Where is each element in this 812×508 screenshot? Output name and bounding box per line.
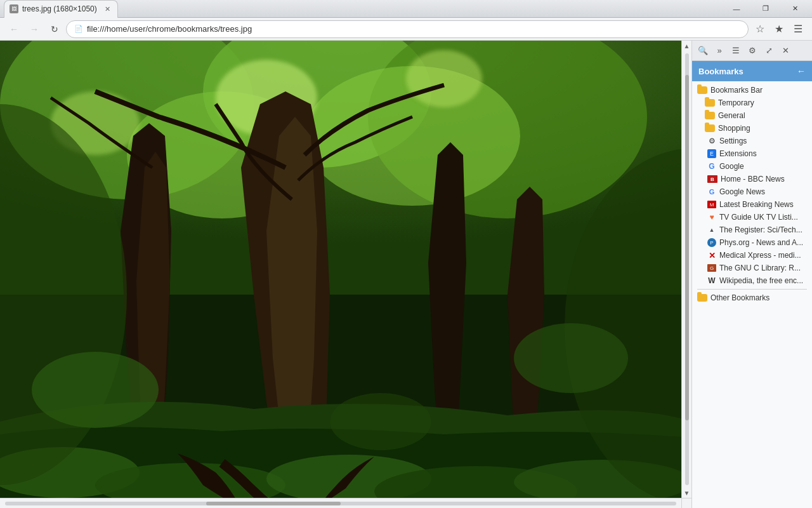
svg-point-17 (32, 352, 159, 428)
svg-point-18 (514, 323, 628, 393)
bookmark-label: Latest Breaking News (719, 200, 794, 209)
settings-favicon: ⚙ (707, 137, 716, 145)
address-text: file:///home/user/chrome/bookmarks/trees… (87, 24, 740, 34)
physorg-favicon: P (707, 238, 716, 247)
scroll-track (685, 53, 689, 485)
physorg-bookmark[interactable]: P Phys.org - News and A... (692, 236, 812, 249)
bookmark-star-button[interactable]: ☆ (751, 20, 769, 38)
menu-button[interactable]: ☰ (789, 20, 807, 38)
folder-icon (697, 86, 707, 94)
folder-icon (697, 294, 707, 302)
medicalxpress-bookmark[interactable]: ✕ Medical Xpress - medi... (692, 249, 812, 262)
bookmark-label: Google (719, 162, 744, 171)
nav-actions: ☆ ★ ☰ (751, 20, 807, 38)
wikipedia-favicon: W (707, 276, 716, 285)
bbc-favicon: B (707, 175, 717, 183)
bookmarks-content: Bookmarks Bar Temporary General Shopping… (692, 81, 812, 508)
bookmarks-header: Bookmarks ← (692, 61, 812, 81)
folder-label: Bookmarks Bar (710, 86, 763, 95)
svg-point-19 (330, 393, 431, 450)
tab-title: trees.jpg (1680×1050) (22, 4, 98, 13)
bookmark-label: Phys.org - News and A... (719, 238, 803, 247)
bookmark-label: Wikipedia, the free enc... (719, 276, 803, 285)
google-bookmark[interactable]: G Google (692, 160, 812, 173)
image-viewer: ▲ ▼ (0, 41, 691, 508)
bookmark-label: The Register: Sci/Tech... (719, 225, 802, 234)
window-controls: — ❐ ✕ (722, 0, 812, 18)
gnu-favicon: G (707, 264, 716, 272)
bookmark-label: TV Guide UK TV Listi... (719, 213, 798, 222)
bookmarks-expand-button[interactable]: ⤢ (762, 44, 776, 58)
folder-icon (705, 124, 715, 132)
bookmark-label: Extensions (719, 149, 757, 158)
bookmark-label: The GNU C Library: R... (719, 264, 801, 272)
medicalxpress-favicon: ✕ (707, 251, 716, 260)
extensions-favicon: E (707, 149, 716, 158)
bookmarks-settings-button[interactable]: ⚙ (745, 44, 759, 58)
tvguide-favicon: ♥ (707, 213, 716, 222)
folder-label: General (718, 111, 745, 120)
scroll-up-button[interactable]: ▲ (682, 41, 692, 51)
reload-button[interactable]: ↻ (46, 20, 63, 38)
bookmarks-bar-folder[interactable]: Bookmarks Bar (692, 84, 812, 97)
bookmarks-list-button[interactable]: ☰ (729, 44, 743, 58)
maximize-button[interactable]: ❐ (751, 0, 780, 18)
bookmarks-chevron-button[interactable]: » (712, 44, 726, 58)
bookmarks-panel: 🔍 » ☰ ⚙ ⤢ ✕ Bookmarks ← Bookmarks Bar Te… (691, 41, 812, 508)
bookmarks-divider (697, 289, 807, 290)
main-area: ▲ ▼ 🔍 » ☰ ⚙ ⤢ ✕ Bookmarks ← (0, 41, 812, 508)
tvguide-bookmark[interactable]: ♥ TV Guide UK TV Listi... (692, 211, 812, 224)
navigation-bar: ← → ↻ 📄 file:///home/user/chrome/bookmar… (0, 18, 812, 41)
folder-label: Temporary (718, 98, 754, 107)
scroll-down-button[interactable]: ▼ (682, 488, 692, 498)
h-scroll-track (5, 502, 676, 505)
tab-close-button[interactable]: ✕ (102, 4, 112, 14)
bookmark-label: Google News (719, 187, 765, 196)
vertical-scrollbar[interactable]: ▲ ▼ (681, 41, 691, 498)
folder-icon (705, 99, 715, 107)
other-bookmarks-folder[interactable]: Other Bookmarks (692, 291, 812, 304)
h-scroll-thumb[interactable] (206, 502, 341, 505)
bookmark-filled-button[interactable]: ★ (770, 20, 788, 38)
bookmark-label: Home - BBC News (721, 175, 785, 184)
folder-label: Other Bookmarks (710, 293, 769, 302)
forest-image (0, 41, 691, 508)
scroll-thumb[interactable] (685, 75, 689, 420)
general-folder[interactable]: General (692, 109, 812, 122)
bookmark-label: Settings (719, 137, 747, 145)
gnu-bookmark[interactable]: G The GNU C Library: R... (692, 262, 812, 274)
horizontal-scrollbar[interactable] (0, 498, 681, 508)
breaking-news-favicon: M (707, 201, 716, 208)
minimize-button[interactable]: — (722, 0, 751, 18)
address-bar[interactable]: 📄 file:///home/user/chrome/bookmarks/tre… (66, 20, 749, 38)
page-icon: 📄 (74, 25, 83, 33)
folder-icon (705, 112, 715, 119)
folder-label: Shopping (718, 124, 750, 133)
title-bar: 🖼 trees.jpg (1680×1050) ✕ — ❐ ✕ (0, 0, 812, 18)
bookmark-label: Medical Xpress - medi... (719, 251, 801, 260)
svg-point-8 (406, 50, 482, 107)
temporary-folder[interactable]: Temporary (692, 97, 812, 109)
register-favicon: ▲ (707, 225, 716, 234)
bookmarks-toolbar: 🔍 » ☰ ⚙ ⤢ ✕ (692, 41, 812, 61)
shopping-folder[interactable]: Shopping (692, 122, 812, 135)
register-bookmark[interactable]: ▲ The Register: Sci/Tech... (692, 224, 812, 236)
breaking-news-bookmark[interactable]: M Latest Breaking News (692, 198, 812, 211)
google-news-favicon: G (707, 187, 716, 196)
bookmarks-collapse-button[interactable]: ← (797, 66, 806, 76)
bbc-bookmark[interactable]: B Home - BBC News (692, 173, 812, 185)
tab-favicon: 🖼 (10, 4, 18, 13)
close-button[interactable]: ✕ (780, 0, 809, 18)
google-favicon: G (707, 162, 716, 171)
back-button[interactable]: ← (5, 20, 23, 38)
bookmarks-close-button[interactable]: ✕ (778, 44, 792, 58)
scrollbar-corner (681, 498, 691, 508)
google-news-bookmark[interactable]: G Google News (692, 185, 812, 198)
wikipedia-bookmark[interactable]: W Wikipedia, the free enc... (692, 274, 812, 287)
bookmarks-title: Bookmarks (698, 67, 743, 76)
settings-bookmark[interactable]: ⚙ Settings (692, 135, 812, 147)
extensions-bookmark[interactable]: E Extensions (692, 147, 812, 160)
bookmarks-search-button[interactable]: 🔍 (696, 44, 710, 58)
browser-tab[interactable]: 🖼 trees.jpg (1680×1050) ✕ (4, 0, 118, 18)
forward-button[interactable]: → (25, 20, 43, 38)
